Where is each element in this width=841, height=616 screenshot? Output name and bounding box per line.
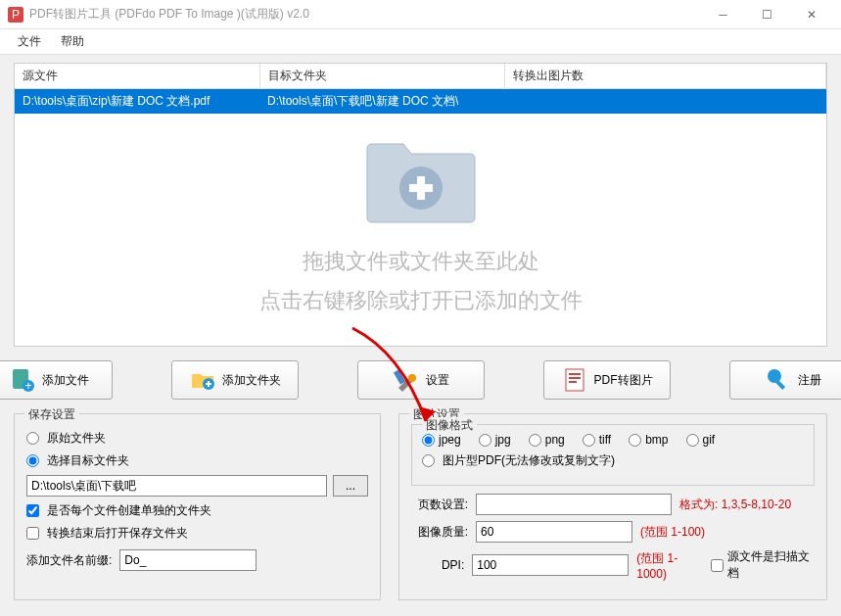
menu-help[interactable]: 帮助 — [51, 29, 94, 54]
format-group: 图像格式 jpeg jpg png tiff bmp gif 图片型PDF(无法… — [411, 424, 815, 486]
add-folder-icon — [189, 366, 216, 394]
svg-rect-14 — [569, 381, 577, 383]
check-separate-folder[interactable]: 是否每个文件创建单独的文件夹 — [26, 502, 368, 519]
quality-label: 图像质量: — [411, 524, 468, 541]
svg-point-2 — [399, 166, 443, 210]
col-count[interactable]: 转换出图片数 — [504, 64, 826, 89]
cell-count — [504, 89, 826, 115]
menu-bar: 文件 帮助 — [0, 29, 841, 55]
svg-rect-16 — [775, 380, 785, 390]
svg-point-15 — [768, 369, 781, 383]
prefix-input[interactable] — [119, 549, 257, 571]
quality-hint: (范围 1-100) — [640, 524, 705, 541]
title-bar: P PDF转图片工具 (PDFdo PDF To Image )(试用版) v2… — [0, 0, 841, 29]
cell-target: D:\tools\桌面\下载吧\新建 DOC 文档\ — [259, 89, 504, 115]
svg-text:P: P — [12, 8, 20, 22]
dpi-input[interactable] — [472, 554, 629, 576]
radio-tiff[interactable]: tiff — [583, 433, 611, 447]
menu-file[interactable]: 文件 — [8, 29, 51, 54]
col-target[interactable]: 目标文件夹 — [259, 64, 504, 89]
dropzone-text-1: 拖拽文件或文件夹至此处 — [303, 242, 539, 281]
quality-input[interactable] — [476, 521, 632, 543]
app-icon: P — [8, 7, 23, 23]
check-open-folder[interactable]: 转换结束后打开保存文件夹 — [26, 525, 368, 542]
svg-rect-10 — [393, 369, 404, 384]
svg-text:+: + — [24, 379, 31, 393]
svg-rect-3 — [417, 176, 425, 200]
table-row[interactable]: D:\tools\桌面\zip\新建 DOC 文档.pdf D:\tools\桌… — [15, 89, 826, 115]
prefix-label: 添加文件名前缀: — [26, 552, 112, 569]
radio-png[interactable]: png — [529, 433, 565, 447]
convert-icon — [561, 366, 588, 394]
radio-target-folder[interactable]: 选择目标文件夹 — [26, 452, 368, 469]
convert-button[interactable]: PDF转图片 — [543, 360, 671, 400]
svg-rect-11 — [566, 369, 584, 391]
save-settings-group: 保存设置 原始文件夹 选择目标文件夹 ... 是否每个文件创建单独的文件夹 转换… — [14, 413, 381, 600]
folder-plus-icon — [362, 129, 480, 227]
settings-icon — [393, 366, 420, 394]
add-folder-button[interactable]: 添加文件夹 — [171, 360, 299, 400]
radio-jpeg[interactable]: jpeg — [422, 433, 461, 447]
pages-label: 页数设置: — [411, 497, 468, 513]
register-button[interactable]: 注册 — [729, 360, 842, 400]
toolbar: + 添加文件 添加文件夹 设置 PDF转图片 注册 — [14, 347, 827, 413]
minimize-button[interactable]: ─ — [701, 0, 745, 29]
radio-jpg[interactable]: jpg — [479, 433, 511, 447]
dropzone: 拖拽文件或文件夹至此处 点击右键移除或打开已添加的文件 — [15, 103, 826, 346]
pages-input[interactable] — [476, 494, 672, 515]
target-path-input[interactable] — [26, 475, 327, 497]
svg-rect-4 — [409, 184, 433, 192]
add-file-button[interactable]: + 添加文件 — [0, 360, 113, 400]
image-settings-group: 图片设置 图像格式 jpeg jpg png tiff bmp gif 图片型P… — [398, 413, 827, 600]
register-icon — [765, 366, 792, 394]
svg-rect-13 — [569, 377, 581, 379]
cell-source: D:\tools\桌面\zip\新建 DOC 文档.pdf — [15, 89, 259, 115]
radio-bmp[interactable]: bmp — [629, 433, 668, 447]
radio-gif[interactable]: gif — [686, 433, 716, 447]
pages-hint: 格式为: 1,3,5-8,10-20 — [679, 497, 791, 513]
save-legend: 保存设置 — [24, 406, 79, 423]
dropzone-text-2: 点击右键移除或打开已添加的文件 — [259, 281, 583, 320]
file-list[interactable]: 源文件 目标文件夹 转换出图片数 D:\tools\桌面\zip\新建 DOC … — [14, 63, 827, 347]
radio-original-folder[interactable]: 原始文件夹 — [26, 430, 368, 447]
dpi-hint: (范围 1-1000) — [636, 550, 703, 581]
close-button[interactable]: ✕ — [789, 0, 833, 29]
browse-button[interactable]: ... — [333, 475, 368, 497]
dpi-label: DPI: — [411, 558, 464, 572]
add-file-icon: + — [9, 366, 36, 394]
settings-button[interactable]: 设置 — [357, 360, 485, 400]
svg-rect-12 — [569, 373, 581, 375]
radio-image-pdf[interactable]: 图片型PDF(无法修改或复制文字) — [422, 452, 804, 469]
maximize-button[interactable]: ☐ — [745, 0, 789, 29]
svg-point-9 — [408, 374, 416, 382]
window-title: PDF转图片工具 (PDFdo PDF To Image )(试用版) v2.0 — [29, 6, 701, 23]
format-legend: 图像格式 — [422, 417, 477, 434]
col-source[interactable]: 源文件 — [15, 64, 259, 89]
check-scan-source[interactable]: 源文件是扫描文档 — [711, 548, 815, 582]
